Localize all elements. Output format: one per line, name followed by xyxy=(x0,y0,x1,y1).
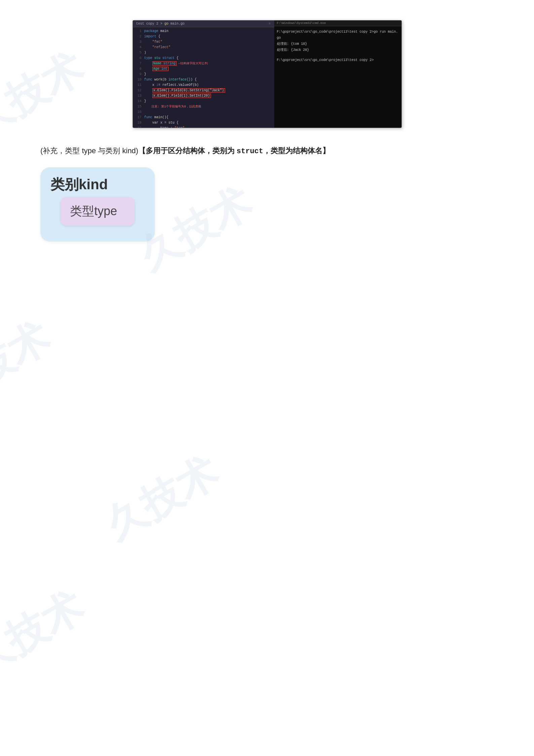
terminal-line: 处理前: {tom 18} xyxy=(277,41,399,47)
code-lines: 1 package main 2 import { 3 "fmt" 4 "ref… xyxy=(133,27,274,128)
code-line: 9 } xyxy=(133,72,274,77)
caption-prefix: (补充，类型 type 与类别 kind) xyxy=(40,146,138,155)
inner-box: 类型type xyxy=(61,197,135,226)
code-line: 5 ) xyxy=(133,50,274,56)
code-line: 8 Age int xyxy=(133,66,274,72)
code-line: 4 "reflect" xyxy=(133,45,274,50)
outer-box: 类别kind 类型type xyxy=(40,167,155,241)
code-line: 18 var x = stu { xyxy=(133,120,274,126)
ide-screenshot: test copy 2 > go main.go ≡ 1 package mai… xyxy=(133,20,402,128)
terminal-titlebar: F:\Windows\System32\cmd.exe xyxy=(274,21,401,26)
code-line: 13 x.Elem().Field(1).SetInt(20) xyxy=(133,93,274,99)
terminal-line: F:\goproeject\src\go_code\project13\test… xyxy=(277,29,399,41)
code-line: 14 } xyxy=(133,99,274,104)
code-line: 11 x := reflect.ValueOf(b) xyxy=(133,83,274,88)
code-line: 6 type stu struct { xyxy=(133,56,274,61)
terminal-line: F:\goproeject\src\go_code\project13\test… xyxy=(277,57,399,63)
code-line: 3 "fmt" xyxy=(133,39,274,45)
tab-path: test copy 2 > go main.go xyxy=(136,22,185,26)
editor-tab: test copy 2 > go main.go ≡ xyxy=(133,21,274,27)
caption-bold: 【多用于区分结构体，类别为 struct，类型为结构体名】 xyxy=(138,146,330,155)
caption: (补充，类型 type 与类别 kind)【多用于区分结构体，类别为 struc… xyxy=(40,145,494,157)
code-line: 17 func main(){ xyxy=(133,115,274,120)
code-line: 15 注意: 第1个字段编号为0，以此类推 xyxy=(133,104,274,109)
terminal-title-text: F:\Windows\System32\cmd.exe xyxy=(277,22,326,25)
terminal-content: F:\goproeject\src\go_code\project13\test… xyxy=(274,26,401,66)
code-line: 16 xyxy=(133,109,274,115)
diagram-container: 类别kind 类型type xyxy=(40,167,494,241)
code-line: 10 func work(b interface{}) { xyxy=(133,77,274,83)
terminal-line: 处理后: {Jack 20} xyxy=(277,47,399,53)
code-line: 2 import { xyxy=(133,34,274,39)
code-line: 7 Name string←结构体字段大写公判 xyxy=(133,61,274,66)
terminal-panel: F:\Windows\System32\cmd.exe F:\goproejec… xyxy=(274,21,401,128)
code-editor: test copy 2 > go main.go ≡ 1 package mai… xyxy=(133,21,274,128)
outer-label: 类别kind xyxy=(50,177,145,192)
page-content: test copy 2 > go main.go ≡ 1 package mai… xyxy=(0,0,534,262)
inner-label: 类型type xyxy=(70,203,117,220)
code-line: 1 package main xyxy=(133,29,274,34)
code-line: 19 Name : "tom" , xyxy=(133,126,274,128)
code-line: 12 x.Elem().Field(0).SetString("Jack") xyxy=(133,88,274,93)
